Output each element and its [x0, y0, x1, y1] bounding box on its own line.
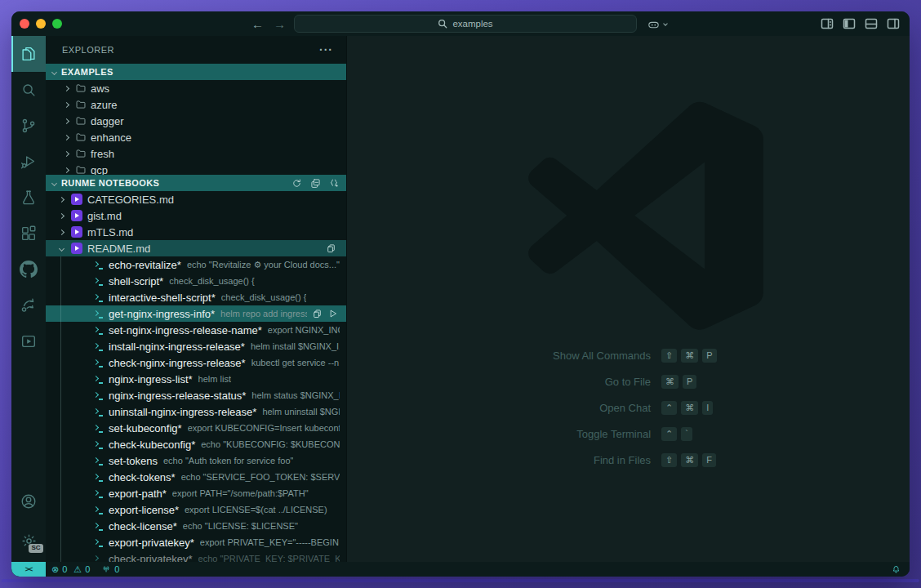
section-header-runme-notebooks[interactable]: RUNME NOTEBOOKS	[46, 175, 346, 191]
activity-run-debug[interactable]	[11, 144, 46, 180]
toggle-panel-icon[interactable]	[865, 17, 878, 30]
activity-deploy[interactable]	[11, 287, 46, 323]
folder-row[interactable]: enhance	[46, 129, 346, 145]
sidebar-title-row: EXPLORER ···	[46, 36, 346, 64]
notebook-cell-row[interactable]: check-kubeconfig* echo "KUBECONFIG: $KUB…	[46, 436, 346, 452]
status-bar: >< ⊗ 0 ⚠ 0 0	[11, 562, 910, 577]
back-icon[interactable]: ←	[251, 17, 264, 31]
folder-row[interactable]: gcp	[46, 162, 346, 175]
terminal-icon	[93, 277, 103, 286]
cell-snippet: kubectl get service --n...	[251, 358, 340, 368]
copilot-menu[interactable]	[647, 17, 667, 31]
cell-name: set-kubeconfig*	[109, 422, 182, 434]
notebook-cell-row[interactable]: set-kubeconfig* export KUBECONFIG=Insert…	[46, 420, 346, 436]
notebook-cell-row[interactable]: export-privatekey* export PRIVATE_KEY="-…	[46, 534, 346, 550]
notifications[interactable]	[891, 562, 910, 577]
activity-testing[interactable]	[11, 180, 46, 216]
shortcut-row: Show All Commands ⇧⌘P	[347, 342, 910, 368]
notebook-cell-row[interactable]: check-tokens* echo "SERVICE_FOO_TOKEN: $…	[46, 469, 346, 485]
notebook-cell-row[interactable]: check-privatekey* echo "PRIVATE_KEY: $PR…	[46, 550, 346, 562]
folder-name: aws	[91, 82, 109, 95]
activity-runme[interactable]	[11, 323, 46, 359]
cell-snippet: echo "PRIVATE_KEY: $PRIVATE_KEY"	[198, 554, 340, 562]
vscode-window: ← → examples	[11, 11, 910, 577]
folder-name: enhance	[91, 131, 131, 144]
folder-row[interactable]: fresh	[46, 145, 346, 162]
section-header-examples[interactable]: EXAMPLES	[46, 64, 346, 80]
folder-row[interactable]: azure	[46, 96, 346, 113]
terminal-icon	[93, 359, 103, 368]
cell-snippet: export NGINX_ING...	[268, 325, 340, 335]
notebook-cell-row[interactable]: nginx-ingress-list* helm list	[46, 371, 346, 387]
key-cap: I	[702, 401, 713, 415]
notebook-cell-row[interactable]: interactive-shell-script* check_disk_usa…	[46, 289, 346, 305]
customize-layout-icon[interactable]	[821, 17, 834, 30]
terminal-icon	[93, 424, 103, 433]
notebook-file-list: CATEGORIES.md gist.md	[46, 191, 346, 256]
run-cell-icon[interactable]	[328, 309, 338, 318]
notebook-cell-row[interactable]: install-nginx-ingress-release* helm inst…	[46, 338, 346, 354]
ports-indicator[interactable]: 0	[96, 562, 125, 577]
collapse-all-icon[interactable]	[310, 178, 321, 189]
notebook-cell-row[interactable]: set-tokens echo "Auth token for service …	[46, 452, 346, 469]
key-cap: ⇧	[661, 349, 677, 363]
copilot-icon	[647, 17, 661, 31]
activity-manage[interactable]: SC	[11, 519, 46, 562]
remote-indicator[interactable]: ><	[11, 562, 46, 577]
close-button[interactable]	[20, 19, 29, 29]
beaker-icon	[20, 189, 38, 207]
folder-row[interactable]: aws	[46, 80, 346, 96]
notebook-cell-row[interactable]: set-nginx-ingress-release-name* export N…	[46, 322, 346, 338]
folder-icon	[75, 115, 87, 127]
toggle-primary-sidebar-icon[interactable]	[843, 17, 856, 30]
folder-row[interactable]: dagger	[46, 113, 346, 129]
notebook-cell-row[interactable]: shell-script* check_disk_usage() {	[46, 273, 346, 289]
notebook-cell-row[interactable]: export-path* export PATH="/some/path:$PA…	[46, 485, 346, 501]
activity-accounts[interactable]	[11, 483, 46, 519]
folder-icon	[75, 99, 87, 110]
notebook-cell-row[interactable]: nginx-ingress-release-status* helm statu…	[46, 387, 346, 403]
notebook-cell-row[interactable]: check-nginx-ingress-release* kubectl get…	[46, 354, 346, 371]
section-actions	[291, 178, 340, 189]
notebook-cell-row[interactable]: get-nginx-ingress-info* helm repo add in…	[46, 305, 346, 322]
copy-icon[interactable]	[312, 309, 323, 319]
activity-github[interactable]	[11, 252, 46, 287]
notebook-cell-row[interactable]: export-license* export LICENSE=$(cat ../…	[46, 501, 346, 518]
zoom-button[interactable]	[52, 19, 62, 29]
toggle-secondary-sidebar-icon[interactable]	[887, 17, 900, 30]
explorer-sidebar: EXPLORER ··· EXAMPLES aws	[46, 36, 346, 562]
shortcut-row: Go to File ⌘P	[347, 368, 910, 394]
cell-name: interactive-shell-script*	[109, 292, 216, 304]
problems-indicator[interactable]: ⊗ 0 ⚠ 0	[46, 562, 96, 577]
cell-snippet: export LICENSE=$(cat ../LICENSE)	[185, 505, 327, 514]
runme-notebook-icon	[71, 226, 82, 238]
kernel-braces-icon[interactable]	[329, 178, 340, 189]
chevron-right-icon	[61, 136, 71, 140]
chevron-icon	[56, 214, 66, 218]
vscode-logo-watermark	[507, 98, 785, 333]
notebook-file-row[interactable]: CATEGORIES.md	[46, 191, 346, 207]
sidebar-title: EXPLORER	[62, 45, 114, 55]
activity-extensions[interactable]	[11, 216, 46, 252]
minimize-button[interactable]	[36, 19, 46, 29]
file-name: mTLS.md	[87, 226, 133, 238]
folder-name: fresh	[91, 148, 114, 160]
activity-source-control[interactable]	[11, 108, 46, 144]
notebook-file-row[interactable]: README.md	[46, 240, 346, 256]
notebook-cell-row[interactable]: uninstall-nginx-ingress-release* helm un…	[46, 403, 346, 420]
cell-snippet: export PRIVATE_KEY="-----BEGIN ...	[200, 537, 340, 547]
editor-area[interactable]: Show All Commands ⇧⌘P Go to File ⌘P Open…	[346, 36, 910, 562]
activity-explorer[interactable]	[11, 36, 46, 72]
command-center-search[interactable]: examples	[294, 15, 637, 33]
notebook-file-row[interactable]: gist.md	[46, 207, 346, 224]
notebook-cell-row[interactable]: echo-revitalize* echo "Revitalize ⚙ your…	[46, 256, 346, 273]
copy-icon[interactable]	[326, 243, 336, 254]
cell-name: install-nginx-ingress-release*	[109, 341, 245, 353]
more-actions-icon[interactable]: ···	[319, 43, 333, 56]
notebook-file-row[interactable]: mTLS.md	[46, 224, 346, 240]
forward-icon[interactable]: →	[274, 17, 286, 31]
notebook-cell-row[interactable]: check-license* echo "LICENSE: $LICENSE"	[46, 518, 346, 534]
refresh-icon[interactable]	[291, 178, 302, 189]
activity-search[interactable]	[11, 72, 46, 108]
error-count: 0	[62, 564, 67, 574]
